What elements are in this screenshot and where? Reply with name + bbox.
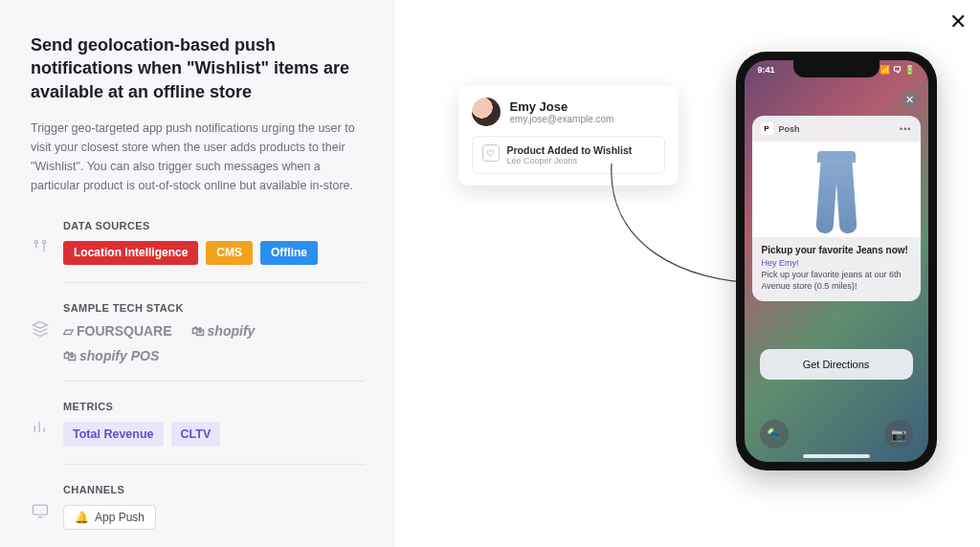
notification-text: Pick up your favorite jeans at our 6th A… [762,269,911,292]
section-metrics: METRICS Total Revenue CLTV [31,401,365,465]
tech-stack-label: SAMPLE TECH STACK [63,302,365,314]
notification-title: Pickup your favorite Jeans now! [762,245,911,255]
channels-label: CHANNELS [63,484,365,495]
phone-mockup: 9:41 📶🗨🔋 ✕ P Posh ••• [736,52,937,470]
event-title: Product Added to Wishlist [507,144,633,156]
metrics-icon [31,401,63,441]
svg-point-1 [43,240,46,243]
data-sources-icon [31,220,63,260]
tag-cms[interactable]: CMS [206,241,253,265]
notification-greeting: Hey Emy! [762,258,911,268]
channels-icon [31,484,63,524]
metrics-label: METRICS [63,401,365,412]
stack-shopify-pos: 🛍shopify POS [63,348,365,363]
app-name: Posh [779,124,800,134]
illustration: Emy Jose emy.jose@example.com ♡ Product … [420,44,956,503]
camera-icon[interactable]: 📷 [884,420,913,449]
metric-total-revenue[interactable]: Total Revenue [63,422,164,447]
tag-offline[interactable]: Offline [260,241,318,265]
more-icon[interactable]: ••• [900,124,911,134]
flashlight-icon[interactable]: 🔦 [760,420,789,449]
page-description: Trigger geo-targeted app push notificati… [31,119,365,195]
stack-foursquare: ▱FOURSQUARE [63,323,172,339]
svg-point-0 [34,240,37,243]
stack-icon [31,302,63,342]
notif-close-icon[interactable]: ✕ [902,91,919,108]
stack-shopify: 🛍shopify [191,323,256,339]
user-name: Emy Jose [510,99,614,114]
section-data-sources: DATA SOURCES Location Intelligence CMS O… [31,220,365,283]
get-directions-button[interactable]: Get Directions [760,349,913,380]
svg-rect-2 [33,505,48,514]
status-time: 9:41 [758,65,775,75]
section-tech-stack: SAMPLE TECH STACK ▱FOURSQUARE 🛍shopify 🛍… [31,302,365,382]
avatar [472,98,501,126]
tag-location-intelligence[interactable]: Location Intelligence [63,241,198,265]
data-sources-label: DATA SOURCES [63,220,365,231]
notification-image [752,142,921,237]
home-indicator [803,454,870,458]
channel-app-push[interactable]: 🔔 App Push [63,505,156,530]
phone-notch [793,60,880,77]
page-title: Send geolocation-based push notification… [31,33,365,103]
metric-cltv[interactable]: CLTV [171,422,221,447]
bell-icon: 🔔 [75,511,89,524]
user-email: emy.jose@example.com [510,114,614,124]
heart-icon: ♡ [482,144,500,162]
status-indicators: 📶🗨🔋 [877,65,915,75]
app-icon: P [761,122,773,135]
notification-card: P Posh ••• Pickup your favorite Jeans no… [752,116,921,301]
close-button[interactable]: ✕ [949,10,967,34]
section-channels: CHANNELS 🔔 App Push [31,484,365,547]
